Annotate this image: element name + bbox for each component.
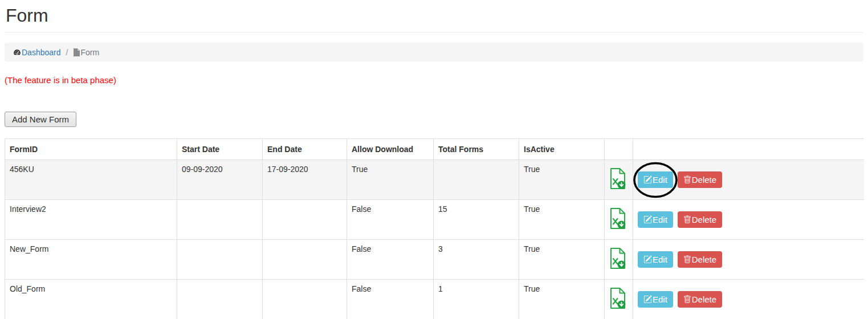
cell-end-date: 17-09-2020 xyxy=(263,160,347,200)
trash-icon xyxy=(683,255,691,264)
page-title: Form xyxy=(6,5,863,26)
cell-start-date xyxy=(177,200,263,240)
edit-button[interactable]: Edit xyxy=(638,171,673,188)
table-row: Old_Form False 1 True xyxy=(5,280,864,319)
cell-is-active: True xyxy=(519,200,605,240)
breadcrumb-dashboard-label: Dashboard xyxy=(22,48,61,57)
delete-button[interactable]: Delete xyxy=(678,211,722,228)
cell-form-id: New_Form xyxy=(5,240,177,280)
cell-end-date xyxy=(263,200,347,240)
breadcrumb-dashboard-link[interactable]: Dashboard xyxy=(13,48,61,57)
delete-button[interactable]: Delete xyxy=(678,291,722,308)
cell-form-id: 456KU xyxy=(5,160,177,200)
delete-button[interactable]: Delete xyxy=(678,171,722,188)
cell-start-date xyxy=(177,280,263,319)
forms-table: FormID Start Date End Date Allow Downloa… xyxy=(5,138,864,319)
cell-allow-download: False xyxy=(347,200,434,240)
cell-start-date xyxy=(177,240,263,280)
breadcrumb: Dashboard / Form xyxy=(5,43,863,62)
cell-total-forms: 15 xyxy=(434,200,519,240)
excel-download-icon[interactable] xyxy=(609,207,626,232)
breadcrumb-separator: / xyxy=(66,48,68,57)
cell-end-date xyxy=(263,240,347,280)
cell-form-id: Interview2 xyxy=(5,200,177,240)
col-header-total-forms: Total Forms xyxy=(434,139,519,160)
cell-allow-download: False xyxy=(347,280,434,319)
pencil-square-icon xyxy=(643,295,652,304)
excel-download-icon[interactable] xyxy=(609,247,626,272)
cell-is-active: True xyxy=(519,240,605,280)
dashboard-icon xyxy=(13,48,21,56)
edit-button[interactable]: Edit xyxy=(638,211,673,228)
excel-download-icon[interactable] xyxy=(609,287,626,312)
cell-total-forms: 1 xyxy=(434,280,519,319)
breadcrumb-current: Form xyxy=(73,48,99,57)
file-icon xyxy=(73,48,80,56)
cell-total-forms xyxy=(434,160,519,200)
col-header-allow-download: Allow Download xyxy=(347,139,434,160)
cell-total-forms: 3 xyxy=(434,240,519,280)
breadcrumb-current-label: Form xyxy=(80,48,99,57)
trash-icon xyxy=(683,295,691,304)
table-header-row: FormID Start Date End Date Allow Downloa… xyxy=(5,139,864,160)
pencil-square-icon xyxy=(643,255,652,264)
table-row: Interview2 False 15 True xyxy=(5,200,864,240)
edit-button[interactable]: Edit xyxy=(638,291,673,308)
col-header-start-date: Start Date xyxy=(177,139,263,160)
add-new-form-button[interactable]: Add New Form xyxy=(5,112,76,127)
edit-button[interactable]: Edit xyxy=(638,251,673,268)
col-header-isactive: IsActive xyxy=(519,139,605,160)
trash-icon xyxy=(683,215,691,224)
table-row: 456KU 09-09-2020 17-09-2020 True True xyxy=(5,160,864,200)
pencil-square-icon xyxy=(643,215,652,224)
col-header-actions xyxy=(633,139,864,160)
table-row: New_Form False 3 True xyxy=(5,240,864,280)
cell-form-id: Old_Form xyxy=(5,280,177,319)
cell-allow-download: False xyxy=(347,240,434,280)
pencil-square-icon xyxy=(643,175,652,184)
cell-is-active: True xyxy=(519,160,605,200)
page-header: Form xyxy=(5,0,863,32)
beta-notice: (The feature is in beta phase) xyxy=(5,76,863,85)
col-header-formid: FormID xyxy=(5,139,177,160)
col-header-export xyxy=(605,139,633,160)
cell-start-date: 09-09-2020 xyxy=(177,160,263,200)
cell-is-active: True xyxy=(519,280,605,319)
cell-allow-download: True xyxy=(347,160,434,200)
col-header-end-date: End Date xyxy=(263,139,347,160)
cell-end-date xyxy=(263,280,347,319)
excel-download-icon[interactable] xyxy=(609,167,626,192)
page-container: Form Dashboard / xyxy=(0,0,868,319)
trash-icon xyxy=(683,175,691,184)
delete-button[interactable]: Delete xyxy=(678,251,722,268)
